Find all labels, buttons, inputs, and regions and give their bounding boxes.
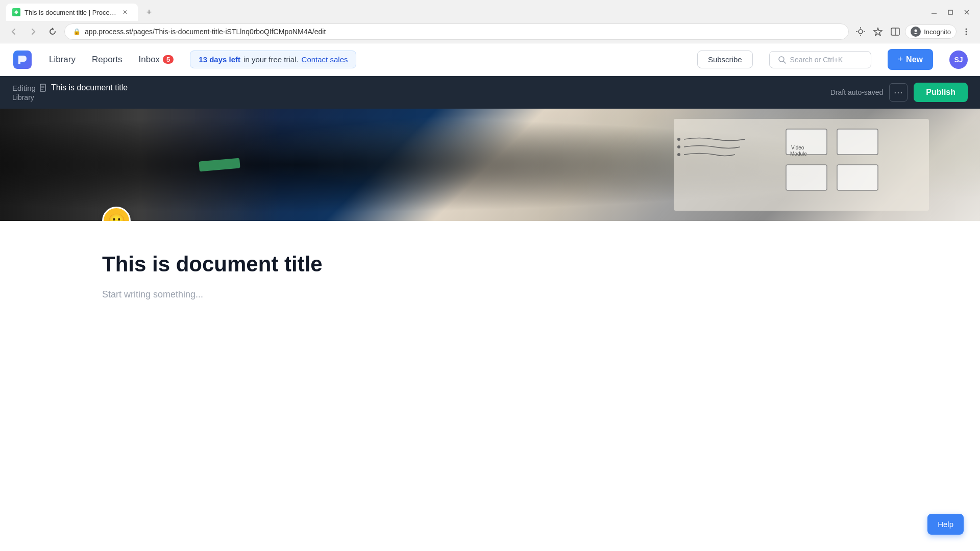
window-controls	[927, 5, 974, 19]
title-bar: This is document title | Process S... ✕ …	[0, 0, 980, 20]
back-button[interactable]	[6, 24, 21, 39]
whiteboard-area: Video Module	[674, 119, 929, 211]
editing-row: Editing This is document title	[12, 83, 128, 92]
svg-point-14	[966, 29, 967, 30]
breadcrumb-library[interactable]: Library	[12, 93, 128, 102]
svg-point-13	[915, 30, 917, 32]
help-button[interactable]: Help	[927, 514, 964, 535]
trial-banner: 13 days left in your free trial. Contact…	[190, 51, 356, 68]
sketch-svg: Video Module	[674, 119, 919, 211]
svg-rect-24	[837, 129, 878, 155]
logo-icon	[13, 51, 32, 69]
inbox-label: Inbox	[139, 55, 160, 65]
svg-point-28	[677, 145, 680, 148]
new-tab-button[interactable]: +	[142, 5, 156, 19]
forward-button[interactable]	[26, 24, 41, 39]
svg-rect-1	[948, 10, 952, 14]
document-content: This is document title Start writing som…	[0, 221, 980, 476]
split-screen-icon[interactable]	[888, 24, 903, 39]
trial-days: 13 days left	[199, 55, 240, 64]
incognito-icon	[911, 27, 921, 37]
more-options-button[interactable]: ···	[889, 83, 908, 102]
incognito-label: Incognito	[924, 28, 951, 36]
svg-text:Module: Module	[790, 151, 807, 157]
search-placeholder: Search or Ctrl+K	[790, 56, 843, 64]
tab-title: This is document title | Process S...	[24, 9, 116, 16]
refresh-button[interactable]	[45, 24, 60, 39]
new-label: New	[906, 55, 923, 64]
svg-point-15	[966, 31, 967, 33]
contact-sales-link[interactable]: Contact sales	[302, 55, 348, 64]
editing-label: Editing	[12, 84, 36, 92]
draft-saved-label: Draft auto-saved	[830, 88, 884, 96]
nav-inbox[interactable]: Inbox 5	[139, 55, 174, 65]
nav-links: Library Reports Inbox 5	[49, 55, 174, 65]
nav-library[interactable]: Library	[49, 55, 76, 65]
document-icon	[40, 84, 47, 92]
svg-point-5	[859, 30, 863, 34]
subscribe-button[interactable]: Subscribe	[697, 51, 753, 68]
editor-actions: Draft auto-saved ··· Publish	[830, 83, 968, 102]
publish-button[interactable]: Publish	[914, 83, 968, 102]
avatar[interactable]: SJ	[949, 51, 968, 69]
svg-marker-4	[51, 28, 54, 30]
document-title[interactable]: This is document title	[102, 252, 878, 277]
close-button[interactable]	[960, 5, 974, 19]
editor-header: Editing This is document title Library D…	[0, 76, 980, 109]
svg-point-29	[677, 153, 680, 156]
search-box[interactable]: Search or Ctrl+K	[769, 51, 871, 68]
search-icon	[778, 56, 786, 64]
inbox-count: 5	[163, 55, 174, 64]
svg-rect-25	[786, 165, 827, 190]
new-plus-icon: +	[898, 54, 903, 65]
url-bar[interactable]: 🔒 app.process.st/pages/This-is-document-…	[64, 23, 849, 40]
star-icon[interactable]	[870, 24, 886, 39]
url-text: app.process.st/pages/This-is-document-ti…	[85, 28, 326, 36]
editing-section: Editing This is document title Library	[12, 83, 128, 102]
minimize-button[interactable]	[927, 5, 941, 19]
new-button[interactable]: + New	[888, 49, 933, 70]
incognito-badge: Incognito	[905, 24, 957, 39]
doc-title-in-header: This is document title	[51, 83, 128, 92]
document-body-placeholder[interactable]: Start writing something...	[102, 289, 878, 300]
svg-marker-10	[874, 28, 882, 36]
svg-point-27	[677, 138, 680, 141]
trial-suffix: in your free trial.	[243, 55, 299, 64]
svg-rect-26	[837, 165, 878, 190]
hero-image: Video Module 😀	[0, 109, 980, 221]
address-bar: 🔒 app.process.st/pages/This-is-document-…	[0, 20, 980, 43]
svg-line-18	[783, 61, 786, 63]
camera-icon[interactable]	[853, 24, 868, 39]
browser-tab[interactable]: This is document title | Process S... ✕	[6, 4, 138, 21]
lock-icon: 🔒	[73, 28, 81, 35]
nav-reports[interactable]: Reports	[92, 55, 122, 65]
svg-point-16	[966, 34, 967, 35]
app-navbar: Library Reports Inbox 5 13 days left in …	[0, 43, 980, 76]
browser-actions: Incognito	[853, 24, 974, 39]
browser-chrome: This is document title | Process S... ✕ …	[0, 0, 980, 43]
more-options-icon[interactable]	[959, 24, 974, 39]
maximize-button[interactable]	[943, 5, 958, 19]
tab-close-button[interactable]: ✕	[120, 8, 130, 17]
tab-favicon	[12, 8, 20, 16]
app-logo[interactable]	[12, 49, 33, 70]
svg-text:Video: Video	[791, 145, 804, 151]
